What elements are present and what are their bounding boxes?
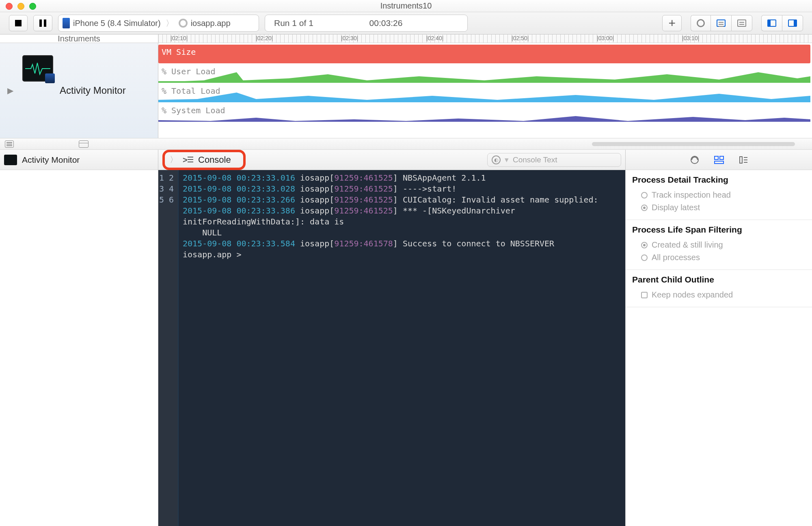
console-header: 〉 Console ◐ ▾ Console Text <box>158 150 625 170</box>
svg-rect-1 <box>715 156 718 160</box>
detail-header-label: Activity Monitor <box>22 155 80 165</box>
svg-rect-4 <box>740 157 742 163</box>
record-stop-button[interactable] <box>9 15 28 31</box>
strategy-keyboard-button[interactable] <box>731 15 752 31</box>
opt-created-still-living[interactable]: Created & still living <box>632 239 806 251</box>
console-tab[interactable]: 〉 Console <box>162 150 246 170</box>
console-search[interactable]: ◐ ▾ Console Text <box>487 153 621 167</box>
section-parent-child-outline: Parent Child Outline <box>626 270 812 287</box>
console-icon <box>183 155 193 164</box>
ruler-tick: |03:10| <box>682 35 699 41</box>
track-vm-size[interactable]: VM Size <box>158 45 810 63</box>
inspector-head <box>626 150 812 170</box>
toolbar: iPhone 5 (8.4 Simulator) 〉 iosapp.app Ru… <box>0 12 812 34</box>
instruments-label: Instruments <box>0 34 158 43</box>
strategy-cpu-button[interactable] <box>691 15 710 31</box>
disclosure-icon[interactable]: ▶ <box>7 86 13 95</box>
track-label: VM Size <box>162 47 196 57</box>
minimize-icon[interactable] <box>17 3 24 10</box>
mini-window-icon[interactable] <box>79 140 89 148</box>
opt-all-processes[interactable]: All processes <box>632 251 806 264</box>
option-label: Track inspection head <box>652 190 731 200</box>
panel-left-icon <box>767 19 776 27</box>
target-device: iPhone 5 (8.4 Simulator) <box>73 19 161 28</box>
keyboard-icon <box>737 19 746 27</box>
svg-rect-2 <box>720 156 723 160</box>
console-search-placeholder: Console Text <box>513 155 557 164</box>
view-right-button[interactable] <box>782 15 803 31</box>
detail-header[interactable]: Activity Monitor <box>0 150 158 170</box>
section-process-detail-tracking: Process Detail Tracking <box>626 170 812 187</box>
strategy-segment <box>691 15 752 31</box>
pause-icon <box>39 19 46 27</box>
radio-icon <box>641 192 648 198</box>
chk-keep-nodes-expanded[interactable]: Keep nodes expanded <box>632 289 806 301</box>
track-total-load[interactable]: % Total Load <box>158 84 810 102</box>
ruler-tick: |02:40| <box>426 35 443 41</box>
timeline-scrollbar[interactable] <box>592 142 795 146</box>
window-controls <box>6 3 36 10</box>
add-instrument-button[interactable]: + <box>662 15 682 31</box>
svg-rect-3 <box>715 161 723 164</box>
track-label: % User Load <box>162 67 215 76</box>
app-icon <box>179 19 188 28</box>
console-pane: 〉 Console ◐ ▾ Console Text 1 2 3 4 5 6 2… <box>158 150 625 526</box>
radio-icon <box>641 205 648 211</box>
time-ruler[interactable]: |02:10||02:20||02:30||02:40||02:50||03:0… <box>158 34 812 43</box>
zoom-icon[interactable] <box>29 3 36 10</box>
line-gutter: 1 2 3 4 5 6 <box>158 170 179 526</box>
track-system-load[interactable]: % System Load <box>158 103 810 122</box>
mini-detail-icon[interactable] <box>5 140 14 148</box>
console-tab-label: Console <box>198 155 231 165</box>
inspector-record-icon[interactable] <box>689 155 700 165</box>
run-status[interactable]: Run 1 of 1 00:03:26 <box>265 15 468 32</box>
option-label: Keep nodes expanded <box>652 290 733 300</box>
opt-display-latest[interactable]: Display latest <box>632 201 806 214</box>
run-label: Run 1 of 1 <box>274 18 313 28</box>
ruler-tick: |02:30| <box>341 35 358 41</box>
track-user-load[interactable]: % User Load <box>158 64 810 83</box>
radio-icon <box>641 242 648 248</box>
titlebar: Instruments10 <box>0 0 812 12</box>
close-icon[interactable] <box>6 3 13 10</box>
track-area: ▶ Activity Monitor VM Size % User Load %… <box>0 43 812 138</box>
checkbox-icon <box>641 292 648 298</box>
inspector-display-icon[interactable] <box>714 155 724 165</box>
option-label: Display latest <box>652 203 700 212</box>
midbar <box>0 138 812 150</box>
detail-sidebar: Activity Monitor <box>0 150 158 526</box>
stop-icon <box>15 20 22 26</box>
console-body[interactable]: 1 2 3 4 5 6 2015-09-08 00:23:33.016 iosa… <box>158 170 625 526</box>
target-selector[interactable]: iPhone 5 (8.4 Simulator) 〉 iosapp.app <box>58 15 259 32</box>
ruler-tick: |02:50| <box>512 35 529 41</box>
run-elapsed: 00:03:26 <box>369 18 403 28</box>
pause-button[interactable] <box>33 15 52 31</box>
lines-icon <box>717 19 726 27</box>
ruler-tick: |02:10| <box>171 35 188 41</box>
device-icon <box>63 18 70 28</box>
radio-icon <box>641 254 648 261</box>
activity-monitor-icon <box>22 55 53 82</box>
view-left-button[interactable] <box>761 15 782 31</box>
chevron-right-icon: 〉 <box>164 18 175 29</box>
activity-monitor-mini-icon <box>4 155 17 165</box>
opt-track-inspection-head[interactable]: Track inspection head <box>632 189 806 201</box>
ruler-tick: |02:20| <box>256 35 273 41</box>
window-title: Instruments10 <box>380 1 432 11</box>
panel-right-icon <box>788 19 797 27</box>
plus-icon: + <box>668 16 676 30</box>
option-label: Created & still living <box>652 240 723 250</box>
dropdown-icon: ▾ <box>505 155 509 164</box>
track-name: Activity Monitor <box>60 85 126 96</box>
track-sidebar[interactable]: ▶ Activity Monitor <box>0 43 158 138</box>
inspector: Process Detail Tracking Track inspection… <box>625 150 812 526</box>
inspector-extended-icon[interactable] <box>738 155 749 165</box>
track-label: % System Load <box>162 106 225 115</box>
gear-icon <box>697 19 705 27</box>
track-label: % Total Load <box>162 86 220 96</box>
tracks: VM Size % User Load % Total Load % Syste… <box>158 43 812 138</box>
option-label: All processes <box>652 253 700 262</box>
strategy-threads-button[interactable] <box>710 15 731 31</box>
section-process-life-span: Process Life Span Filtering <box>626 220 812 237</box>
scope-icon: ◐ <box>492 155 501 164</box>
